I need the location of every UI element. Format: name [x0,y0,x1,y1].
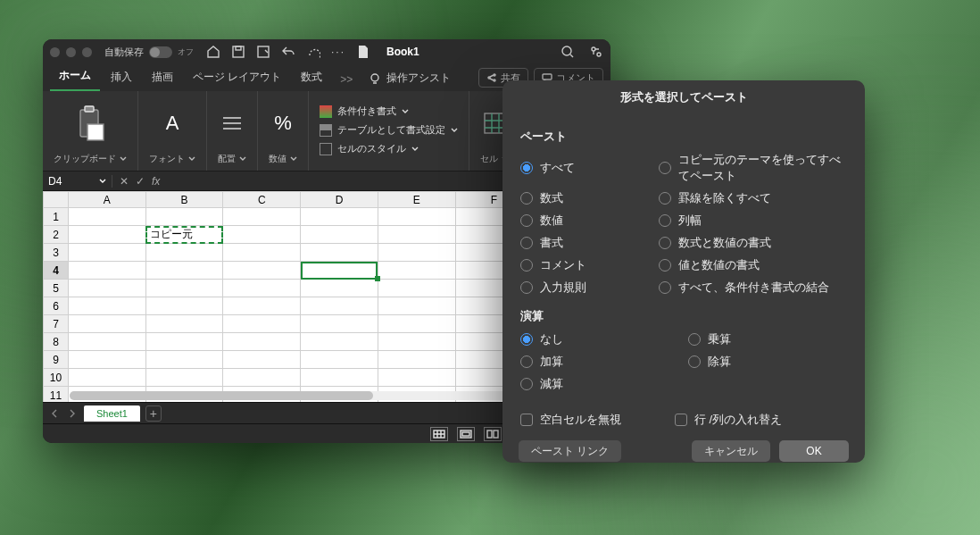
cell[interactable] [145,333,223,351]
cell[interactable] [301,208,378,226]
cell[interactable] [69,208,146,226]
cell[interactable] [378,315,455,333]
cell[interactable] [301,333,378,351]
redo-icon[interactable] [306,45,320,59]
operation-option-radio[interactable]: 減算 [520,376,679,392]
cell[interactable] [378,280,455,297]
cell[interactable] [378,333,455,351]
autosave-toggle[interactable] [149,46,172,58]
cell[interactable] [301,244,378,262]
cell[interactable] [69,226,146,244]
paste-option-radio[interactable]: コピー元のテーマを使ってすべてペースト [659,152,847,184]
cell[interactable] [145,297,223,315]
name-box[interactable]: D4 [43,175,112,188]
paste-option-radio[interactable]: 数式 [520,190,650,206]
paste-option-radio[interactable]: 数値 [520,213,650,229]
cell[interactable] [69,297,146,315]
add-sheet-button[interactable]: + [145,405,162,422]
number-button[interactable]: % [274,95,292,151]
cell[interactable] [145,315,223,333]
cell[interactable] [378,369,455,387]
cell[interactable] [145,208,223,226]
format-table-button[interactable]: テーブルとして書式設定 [320,123,458,137]
paste-link-button[interactable]: ペースト リンク [519,440,621,462]
cell[interactable] [69,315,146,333]
paste-option-radio[interactable]: 列幅 [659,213,847,229]
undo-icon[interactable] [281,45,295,59]
paste-option-radio[interactable]: 数式と数値の書式 [659,235,847,251]
cell[interactable] [223,351,301,369]
paste-option-radio[interactable]: 罫線を除くすべて [659,190,847,206]
more-icon[interactable]: ··· [331,45,345,59]
paste-option-radio[interactable]: すべて [520,152,650,184]
tell-me[interactable]: 操作アシスト [361,65,458,91]
column-header[interactable]: E [378,192,455,208]
row-header[interactable]: 1 [44,208,69,226]
paste-option-radio[interactable]: 入力規則 [520,280,650,296]
cell[interactable] [223,226,301,244]
cell[interactable] [223,280,301,297]
cell[interactable] [145,369,223,387]
cell[interactable] [378,226,455,244]
cell[interactable] [145,244,223,262]
cell[interactable] [145,351,223,369]
cell[interactable] [378,262,455,280]
row-header[interactable]: 7 [44,315,69,333]
cell[interactable] [145,262,223,280]
cell[interactable] [378,244,455,262]
operation-option-radio[interactable]: 除算 [688,354,847,370]
save-as-icon[interactable] [256,45,270,59]
cell[interactable] [69,262,146,280]
cell[interactable] [378,208,455,226]
cell[interactable] [69,351,146,369]
cell[interactable] [301,369,378,387]
font-button[interactable]: A [166,95,179,151]
row-header[interactable]: 3 [44,244,69,262]
cell[interactable] [378,351,455,369]
row-header[interactable]: 9 [44,351,69,369]
sheet-tab[interactable]: Sheet1 [84,405,140,422]
tab-home[interactable]: ホーム [50,63,100,91]
cell[interactable] [69,244,146,262]
tab-draw[interactable]: 描画 [143,64,182,91]
tab-formulas[interactable]: 数式 [292,64,331,91]
conditional-format-button[interactable]: 条件付き書式 [320,104,458,118]
select-all-corner[interactable] [44,192,69,208]
row-header[interactable]: 8 [44,333,69,351]
sheet-nav-left-icon[interactable] [48,407,61,420]
paste-button[interactable] [75,95,105,151]
cell[interactable] [301,226,378,244]
row-header[interactable]: 2 [44,226,69,244]
fx-icon[interactable]: fx [152,175,160,188]
operation-option-radio[interactable]: 加算 [520,354,679,370]
cell[interactable] [223,244,301,262]
column-header[interactable]: A [69,192,146,208]
ok-button[interactable]: OK [779,440,849,462]
row-header[interactable]: 10 [44,369,69,387]
accept-formula-icon[interactable]: ✓ [136,175,145,188]
view-pagebreak-icon[interactable] [484,427,502,441]
tab-pagelayout[interactable]: ページ レイアウト [184,64,290,91]
window-controls[interactable] [50,47,92,57]
save-icon[interactable] [231,45,245,59]
row-header[interactable]: 11 [44,387,69,403]
row-header[interactable]: 6 [44,297,69,315]
paste-option-radio[interactable]: コメント [520,257,650,273]
more-tabs[interactable]: >> [333,68,360,91]
search-icon[interactable] [561,45,575,59]
alignment-button[interactable] [220,95,245,151]
paste-option-radio[interactable]: 書式 [520,235,650,251]
cell[interactable] [223,369,301,387]
view-normal-icon[interactable] [430,427,448,441]
column-header[interactable]: C [223,192,301,208]
cell-style-button[interactable]: セルのスタイル [320,142,458,155]
cell[interactable] [69,280,146,297]
column-header[interactable]: B [145,192,223,208]
cell[interactable] [223,315,301,333]
tab-insert[interactable]: 挿入 [102,64,141,91]
cell[interactable]: コピー元 [145,226,223,244]
cell[interactable] [301,315,378,333]
cell[interactable] [69,333,146,351]
home-icon[interactable] [206,45,220,59]
sheet-nav-right-icon[interactable] [66,407,79,420]
